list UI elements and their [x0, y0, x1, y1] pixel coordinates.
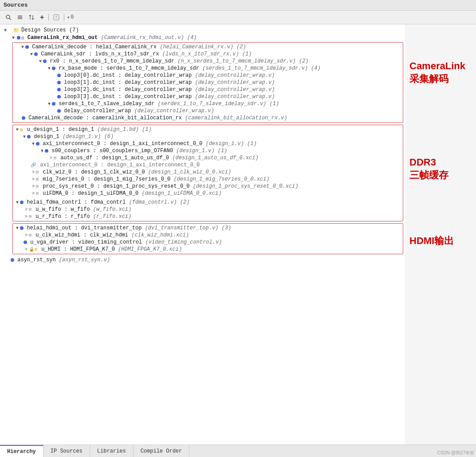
- u-vga-row[interactable]: u_vga_driver : video_timing_control (vid…: [24, 239, 403, 246]
- rx0-toggle[interactable]: ▼: [38, 59, 43, 64]
- clk-wiz-toggle[interactable]: >: [31, 170, 36, 175]
- u-r-fifo-toggle[interactable]: >: [24, 214, 29, 219]
- mig-name: mig_7series_0 : design_1_mig_7series_0_0: [39, 176, 170, 182]
- helai-hdmi-row[interactable]: ▼ helai_hdmi_out : dvi_transmitter_top (…: [13, 225, 403, 232]
- toolbar-divider: [48, 14, 49, 21]
- top-module-row[interactable]: ▼ ⊞ CameraLink_rx_hdmi_out (CameraLink_r…: [11, 34, 405, 41]
- axi-link-row[interactable]: 🔗 axi_interconnect_0 : design_1_axi_inte…: [31, 162, 403, 169]
- camera-sdr-toggle[interactable]: ▼: [29, 52, 34, 57]
- loop3-2-name: loop3[2].dc_inst : delay_controller_wrap: [61, 87, 192, 93]
- add-button[interactable]: +: [38, 12, 46, 22]
- s00-couplers-row[interactable]: ▼ s00_couplers : s00_couplers_imp_O7FAN0…: [39, 147, 403, 154]
- top-module-name: CameraLink_rx_hdmi_out: [24, 35, 98, 41]
- u-w-fifo-toggle[interactable]: >: [24, 207, 29, 212]
- u-r-fifo-paren: (r_fifo.xci): [90, 213, 132, 220]
- search-button[interactable]: [4, 13, 13, 21]
- sort-button[interactable]: [27, 13, 36, 21]
- tab-ip-sources[interactable]: IP Sources: [43, 445, 90, 457]
- loop3-1-name: loop3[1].dc_inst : delay_controller_wrap: [61, 79, 192, 86]
- clk-wiz-paren: (design_1_clk_wiz_0_0.xci): [145, 169, 231, 175]
- camera-sdr-paren: (lvds_n_x_1to7_sdr_rx.v) (1): [159, 51, 252, 57]
- helai-fdma-row[interactable]: ▼ helai_fdma_contrl : fdma_contrl (fdma_…: [13, 199, 403, 206]
- u-w-fifo-row[interactable]: > ⊞ u_w_fifo : w_fifo (w_fifo.xci): [24, 206, 403, 213]
- info-button[interactable]: ?: [51, 13, 61, 21]
- clk-wiz-row[interactable]: > ⊞ clk_wiz_0 : design_1_clk_wiz_0_0 (de…: [31, 169, 403, 176]
- camera-sdr-row[interactable]: ▼ CameraLink_sdr : lvds_n_x_1to7_sdr_rx …: [29, 51, 403, 58]
- s00-couplers-toggle[interactable]: ▼: [39, 149, 45, 154]
- tree-panel[interactable]: ▼ 📁 Design Sources (7) ▼ ⊞ CameraLink_rx…: [0, 24, 405, 445]
- tab-compile-order[interactable]: Compile Order: [134, 445, 190, 457]
- u-design1-row[interactable]: ▼ ⊞ u_design_1 : design_1 (design_1.bd) …: [13, 126, 403, 133]
- camera-sdr-name: CameraLink_sdr : lvds_n_x_1to7_sdr_rx: [38, 51, 159, 57]
- u-r-fifo-row[interactable]: > ⊞ u_r_fifo : r_fifo (r_fifo.xci): [24, 213, 403, 220]
- u-hdmi-row[interactable]: > 🔒 ⊞ u_HDMI : HDMI_FPGA_K7_0 (HDMI_FPGA…: [24, 246, 403, 253]
- collapse-button[interactable]: [15, 13, 25, 21]
- dot-blue-19: [11, 258, 14, 262]
- axi-inter-toggle[interactable]: ▼: [31, 142, 36, 146]
- dot-blue-14: [36, 142, 39, 146]
- u-design1-name: u_design_1 : design_1: [24, 126, 94, 133]
- rx-base-row[interactable]: ▼ rx_base_mode : serdes_1_to_7_mmcm_idel…: [47, 65, 403, 72]
- serdes-slave-row[interactable]: ▼ serdes_1_to_7_slave_idelay_sdr (serdes…: [47, 100, 403, 107]
- uifdma-toggle[interactable]: >: [31, 191, 36, 196]
- dot-blue-3: [34, 52, 38, 56]
- annotation-ddr3: DDR3三帧缓存: [409, 156, 472, 181]
- design-sources-toggle[interactable]: ▼: [3, 28, 8, 33]
- bottom-tabs: Hierarchy IP Sources Libraries Compile O…: [0, 445, 476, 457]
- auto-us-name: auto_us_df : design_1_auto_us_df_0: [57, 155, 169, 161]
- loop3-0-paren: (delay_controller_wrap.v): [192, 72, 275, 79]
- serdes-slave-toggle[interactable]: ▼: [47, 102, 52, 106]
- helai-hdmi-toggle[interactable]: ▼: [15, 226, 20, 231]
- dot-blue-18: [24, 240, 27, 244]
- rx-base-toggle[interactable]: ▼: [47, 66, 52, 71]
- u-hdmi-toggle[interactable]: >: [24, 247, 29, 252]
- tab-hierarchy[interactable]: Hierarchy: [0, 445, 43, 457]
- design1-row[interactable]: ▼ design_1 (design_1.v) (6): [22, 133, 403, 140]
- folder-icon: 📁: [13, 28, 20, 33]
- design1-toggle[interactable]: ▼: [22, 134, 27, 139]
- delay-ctrl-row[interactable]: delay_controller_wrap (delay_controller_…: [57, 107, 403, 114]
- auto-us-row[interactable]: > ⊞ auto_us_df : design_1_auto_us_df_0 (…: [48, 154, 403, 162]
- dot-blue-13: [27, 135, 31, 138]
- design-sources-label: Design Sources (7): [21, 27, 79, 33]
- proc-sys-row[interactable]: > ⊞ proc_sys_reset_0 : design_1_proc_sys…: [31, 183, 403, 190]
- s00-couplers-paren: (design_1.v) (1): [173, 148, 227, 154]
- bit-alloc-row[interactable]: CameraLink_decode : cameralink_bit_alloc…: [22, 114, 403, 122]
- u-design1-paren: (design_1.bd) (1): [94, 126, 152, 133]
- asyn-rst-paren: (asyn_rst_syn.v): [56, 257, 110, 263]
- loop3-3-row[interactable]: loop3[3].dc_inst : delay_controller_wrap…: [57, 93, 403, 100]
- mig-row[interactable]: > ⊞ mig_7series_0 : design_1_mig_7series…: [31, 176, 403, 183]
- s00-couplers-name: s00_couplers : s00_couplers_imp_O7FAN0: [48, 148, 173, 154]
- top-module-toggle[interactable]: ▼: [11, 35, 16, 40]
- section-box-camera: ▼ CameraLink_decode : helai_CameraLink_r…: [12, 42, 403, 123]
- rx0-name: rx0 : n_x_serdes_1_to_7_mmcm_idelay_sdr: [47, 58, 174, 64]
- axi-inter-paren: (design_1.v) (1): [202, 141, 256, 147]
- bit-alloc-paren: (cameralink_bit_allocation_rx.v): [182, 115, 287, 121]
- proc-sys-toggle[interactable]: >: [31, 184, 36, 189]
- u-w-fifo-name: u_w_fifo : w_fifo: [32, 206, 90, 213]
- clk-wiz-hdmi-toggle[interactable]: >: [24, 233, 29, 238]
- loop3-1-row[interactable]: loop3[1].dc_inst : delay_controller_wrap…: [57, 79, 403, 86]
- design-sources-row[interactable]: ▼ 📁 Design Sources (7): [0, 26, 405, 34]
- clk-wiz-hdmi-row[interactable]: > ⊞ u_clk_wiz_hdmi : clk_wiz_hdmi (clk_w…: [24, 232, 403, 239]
- loop3-0-row[interactable]: loop3[0].dc_inst : delay_controller_wrap…: [57, 72, 403, 79]
- u-hdmi-paren: (HDMI_FPGA_K7_0.xci): [115, 246, 182, 252]
- helai-fdma-toggle[interactable]: ▼: [15, 200, 20, 205]
- rx0-row[interactable]: ▼ rx0 : n_x_serdes_1_to_7_mmcm_idelay_sd…: [38, 58, 403, 65]
- title-bar: Sources: [0, 0, 476, 11]
- loop3-2-row[interactable]: loop3[2].dc_inst : delay_controller_wrap…: [57, 86, 403, 93]
- camera-decode-row[interactable]: ▼ CameraLink_decode : helai_CameraLink_r…: [20, 43, 403, 51]
- sort-icon: [28, 14, 35, 20]
- u-design1-toggle[interactable]: ▼: [15, 127, 20, 132]
- watermark: CSDN @9527华安: [437, 450, 474, 456]
- camera-decode-toggle[interactable]: ▼: [20, 45, 25, 50]
- asyn-rst-row[interactable]: asyn_rst_syn (asyn_rst_syn.v): [11, 255, 405, 264]
- clk-wiz-hdmi-paren: (clk_wiz_hdmi.xci): [128, 232, 189, 238]
- helai-fdma-name: helai_fdma_contrl : fdma_contrl: [24, 199, 126, 205]
- axi-inter-row[interactable]: ▼ axi_interconnect_0 : design_1_axi_inte…: [31, 140, 403, 147]
- auto-us-toggle[interactable]: >: [48, 156, 54, 161]
- u-vga-paren: (video_timing_control.v): [142, 239, 222, 245]
- uifdma-row[interactable]: > ⊞ uiFDMA_0 : design_1_uiFDMA_0_0 (desi…: [31, 190, 403, 197]
- mig-toggle[interactable]: >: [31, 177, 36, 182]
- tab-libraries[interactable]: Libraries: [90, 445, 134, 457]
